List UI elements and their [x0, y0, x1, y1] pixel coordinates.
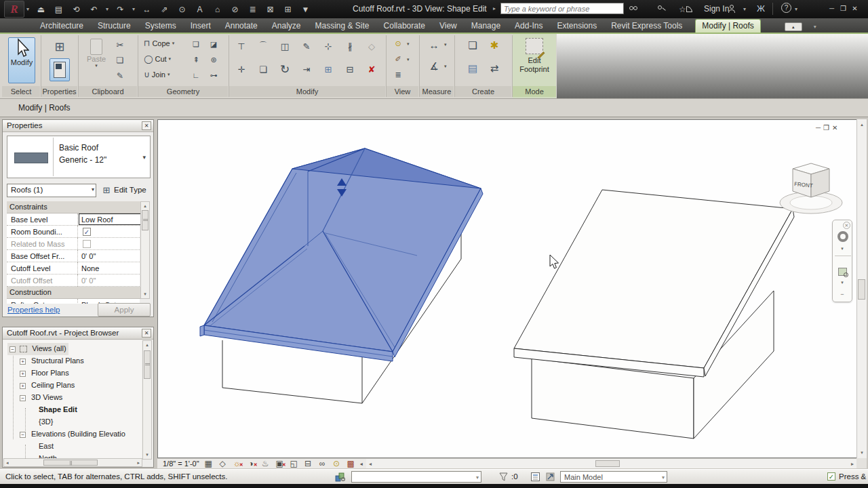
edit-type-icon[interactable]: ⊞ [100, 184, 113, 195]
create-similar-icon[interactable]: ✱ [486, 38, 502, 53]
scroll-up-icon[interactable]: ▴ [141, 203, 149, 209]
element-joins-icon[interactable]: ⊛ [208, 54, 220, 65]
browser-scroll-down-icon[interactable]: ▾ [143, 452, 151, 458]
copy-element-icon[interactable]: ❏ [255, 62, 271, 76]
properties-close-icon[interactable]: ✕ [142, 121, 151, 130]
panel-clipboard-label[interactable]: Clipboard [79, 86, 137, 97]
edit-type-button[interactable]: Edit Type [114, 186, 146, 194]
scale-button[interactable]: 1/8" = 1'-0" [163, 460, 199, 468]
default-3d-view-icon[interactable]: ⌂ [212, 3, 223, 15]
properties-palette-header[interactable]: Properties ✕ [3, 120, 153, 132]
drawing-area[interactable]: FRONT [157, 119, 856, 458]
type-selector-caret-icon[interactable]: ▾ [142, 154, 146, 161]
properties-scroll-thumb[interactable] [142, 210, 149, 230]
room-bounding-checkbox[interactable]: ✓ [83, 228, 91, 236]
tab-revit-express-tools[interactable]: Revit Express Tools [610, 20, 684, 33]
lightbulb-icon[interactable]: ⊙ [392, 38, 404, 49]
rotate-icon[interactable]: ↻ [277, 62, 293, 76]
section-icon[interactable]: ⊘ [229, 3, 241, 15]
restore-icon[interactable]: ❐ [837, 3, 849, 14]
app-menu-caret-icon[interactable]: ▾ [26, 6, 29, 12]
browser-scroll-left-icon[interactable]: ◂ [6, 460, 9, 466]
panel-create-label[interactable]: Create [455, 86, 511, 97]
tab-annotate[interactable]: Annotate [224, 20, 259, 33]
tree-item-views-all[interactable]: − Views (all) [7, 343, 68, 355]
close-hidden-windows-icon[interactable]: ⊠ [264, 3, 276, 15]
tree-item-shape-edit[interactable]: Shape Edit [39, 404, 77, 416]
type-selector[interactable]: Basic Roof Generic - 12" ▾ [7, 136, 151, 178]
active-only-icon[interactable] [545, 472, 555, 482]
views-collapse-icon[interactable]: − [9, 346, 16, 352]
panel-geometry-label[interactable]: Geometry [138, 86, 228, 97]
steering-wheel-icon[interactable] [837, 231, 848, 242]
customize-qat-icon[interactable]: ▼ [300, 3, 311, 15]
create-parts-icon[interactable]: ⇄ [486, 61, 502, 76]
tab-analyze[interactable]: Analyze [271, 20, 302, 33]
unjoin-icon[interactable]: ⇞ [190, 54, 202, 65]
measure-caret2-icon[interactable]: ▾ [444, 64, 447, 69]
text-icon[interactable]: A [194, 3, 205, 15]
trim-extend-icon[interactable]: ⇥ [298, 62, 315, 76]
tab-modify-roofs[interactable]: Modify | Roofs [695, 19, 760, 33]
panel-properties-label[interactable]: Properties [41, 86, 77, 97]
help-caret-icon[interactable]: ▾ [795, 6, 797, 12]
wheel-caret-icon[interactable]: ▾ [833, 246, 852, 251]
tag-icon[interactable]: ⊙ [176, 3, 188, 15]
viewcube[interactable]: FRONT [780, 163, 842, 214]
favorites-icon[interactable]: ☆ [677, 3, 688, 15]
ribbon-collapse-caret-icon[interactable]: ▾ [814, 24, 816, 30]
cut-geometry-button[interactable]: ◯ Cut ▾ [144, 54, 171, 64]
vcbar-more-icon[interactable]: ◂ [360, 461, 363, 467]
create-group-icon[interactable]: ❏ [465, 38, 481, 53]
elevations-collapse-icon[interactable]: − [20, 432, 26, 438]
canvas-scroll-down-icon[interactable]: ▾ [857, 450, 867, 455]
match-type-icon[interactable]: ✎ [114, 70, 126, 81]
tree-item-3d[interactable]: {3D} [39, 416, 53, 428]
browser-scroll-thumb[interactable] [144, 350, 151, 379]
aligned-dimension-icon[interactable]: ⇗ [159, 3, 170, 15]
canvas-hscroll-thumb[interactable] [595, 460, 620, 467]
navbar-close-icon[interactable]: ✕ [843, 222, 850, 229]
base-level-value[interactable]: Low Roof [81, 216, 113, 224]
view-close-icon[interactable]: ✕ [832, 124, 837, 131]
properties-palette-toggle[interactable] [50, 58, 70, 81]
tree-item-elevations[interactable]: − Elevations (Building Elevatio [20, 428, 125, 441]
browser-hscrollbar[interactable]: ◂ ▸ [3, 458, 142, 467]
tab-manage[interactable]: Manage [470, 20, 502, 33]
filter-icon[interactable] [498, 472, 509, 482]
ceiling-expand-icon[interactable]: + [20, 383, 26, 389]
array-icon[interactable]: ⊞ [320, 62, 336, 76]
tree-item-3d-views[interactable]: − 3D Views [20, 392, 62, 404]
paste-button[interactable]: Paste ▾ [84, 37, 108, 83]
analytical-model-icon[interactable]: ▩ [346, 460, 356, 468]
tree-item-ceiling-plans[interactable]: + Ceiling Plans [20, 380, 75, 392]
panel-mode-label[interactable]: Mode [513, 86, 556, 97]
browser-scroll-up-icon[interactable]: ▴ [143, 342, 151, 348]
shadows-icon[interactable]: ◑✕ [246, 460, 256, 468]
project-browser-header[interactable]: Cutoff Roof.rvt - Project Browser ✕ [3, 327, 153, 340]
wall-joins-icon[interactable]: ❏ [190, 39, 202, 49]
tab-architecture[interactable]: Architecture [39, 20, 85, 33]
cope-button[interactable]: ⊓ Cope ▾ [144, 39, 174, 48]
reveal-hidden-icon[interactable]: ⊙ [332, 460, 342, 468]
tab-systems[interactable]: Systems [144, 20, 178, 33]
rendering-dialog-icon[interactable]: ♨ [260, 460, 271, 468]
profile-edit-icon[interactable]: ∟ [190, 70, 202, 81]
split-with-gap-icon[interactable]: ∦ [342, 39, 358, 53]
cutoff-level-value[interactable]: None [81, 264, 99, 272]
3d-views-collapse-icon[interactable]: − [20, 395, 26, 401]
redo-icon[interactable]: ↷ [115, 3, 126, 15]
visual-style-icon[interactable]: ◇ [218, 460, 228, 468]
align-icon[interactable]: ⊤ [233, 39, 250, 53]
split-element-icon[interactable]: ⊹ [320, 39, 336, 53]
demolish-icon[interactable]: ⊶ [208, 70, 220, 81]
undo-caret-icon[interactable]: ▾ [106, 6, 108, 12]
structural-expand-icon[interactable]: + [20, 359, 26, 365]
view-caret1-icon[interactable]: ▾ [407, 41, 410, 47]
zoom-icon[interactable] [838, 268, 847, 276]
tab-view[interactable]: View [438, 20, 458, 33]
join-button[interactable]: ∪ Join ▾ [144, 70, 170, 79]
temporary-hide-isolate-icon[interactable]: ∞ [317, 460, 328, 468]
floor-expand-icon[interactable]: + [20, 371, 26, 377]
beam-joins-icon[interactable]: ◪ [208, 39, 220, 49]
